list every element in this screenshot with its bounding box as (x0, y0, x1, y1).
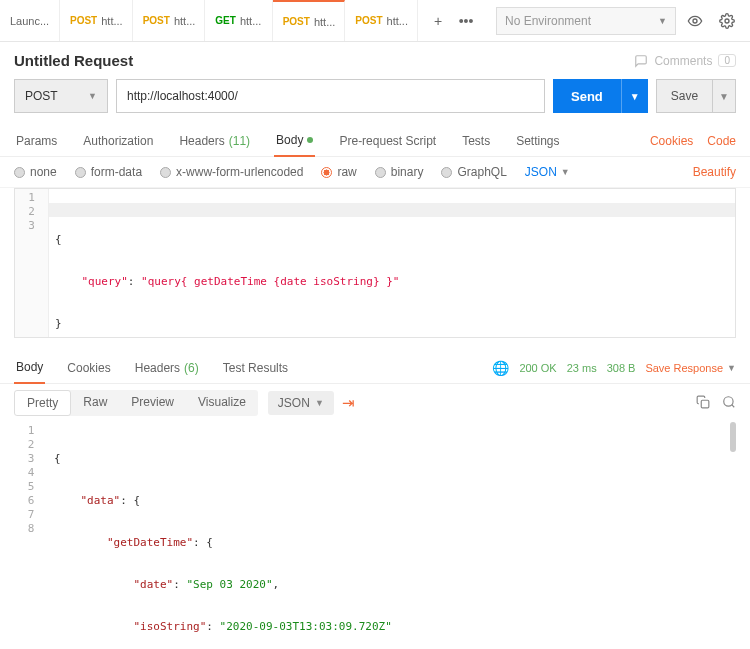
status-code: 200 OK (519, 362, 556, 374)
resp-headers-count: (6) (184, 361, 199, 375)
radio-raw[interactable]: raw (321, 165, 356, 179)
code-line: "getDateTime": { (54, 536, 730, 550)
code-line: "query": "query{ getDateTime {date isoSt… (55, 275, 729, 289)
tab-post-1[interactable]: POSThtt... (60, 0, 133, 41)
line-gutter: 12345678 (14, 422, 48, 622)
settings-gear-icon[interactable] (714, 8, 740, 34)
beautify-link[interactable]: Beautify (693, 165, 736, 179)
tab-headers[interactable]: Headers (11) (177, 126, 252, 156)
copy-icon[interactable] (696, 395, 710, 412)
environment-select[interactable]: No Environment▼ (496, 7, 676, 35)
request-title: Untitled Request (14, 52, 133, 69)
tab-method: POST (283, 16, 310, 27)
code-line: } (55, 317, 729, 331)
request-body-editor[interactable]: 123 { "query": "query{ getDateTime {date… (14, 188, 736, 338)
tab-label: htt... (101, 15, 122, 27)
comments-label: Comments (654, 54, 712, 68)
tab-authorization[interactable]: Authorization (81, 126, 155, 156)
chevron-down-icon: ▼ (315, 398, 324, 408)
view-raw[interactable]: Raw (71, 390, 119, 416)
radio-urlencoded[interactable]: x-www-form-urlencoded (160, 165, 303, 179)
tab-label: htt... (387, 15, 408, 27)
tab-params[interactable]: Params (14, 126, 59, 156)
tab-settings[interactable]: Settings (514, 126, 561, 156)
tab-overflow-button[interactable]: ••• (456, 11, 476, 31)
svg-line-4 (732, 404, 735, 407)
headers-count: (11) (229, 134, 250, 148)
view-visualize[interactable]: Visualize (186, 390, 258, 416)
search-icon[interactable] (722, 395, 736, 412)
url-input[interactable]: http://localhost:4000/ (116, 79, 545, 113)
line-gutter: 123 (15, 189, 49, 337)
radio-binary[interactable]: binary (375, 165, 424, 179)
comments-count: 0 (718, 54, 736, 67)
save-dropdown-icon[interactable]: ▼ (712, 80, 735, 112)
globe-icon[interactable]: 🌐 (492, 360, 509, 376)
tab-get-1[interactable]: GEThtt... (205, 0, 272, 41)
view-pretty[interactable]: Pretty (14, 390, 71, 416)
tab-label: htt... (240, 15, 261, 27)
tab-label: htt... (174, 15, 195, 27)
tab-post-2[interactable]: POSThtt... (133, 0, 206, 41)
code-line: "data": { (54, 494, 730, 508)
svg-point-0 (693, 19, 697, 23)
code-line: { (55, 233, 729, 247)
body-active-dot (307, 137, 313, 143)
comment-icon (634, 54, 648, 68)
tab-method: POST (143, 15, 170, 26)
tab-method: POST (355, 15, 382, 26)
tab-prerequest[interactable]: Pre-request Script (337, 126, 438, 156)
code-line: "date": "Sep 03 2020", (54, 578, 730, 592)
cookies-link[interactable]: Cookies (650, 134, 693, 148)
method-value: POST (25, 89, 58, 103)
tab-launch[interactable]: Launc... (0, 0, 60, 41)
response-content-type-select[interactable]: JSON▼ (268, 391, 334, 415)
tab-method: GET (215, 15, 236, 26)
view-preview[interactable]: Preview (119, 390, 186, 416)
comments-button[interactable]: Comments 0 (634, 54, 736, 68)
tab-tests[interactable]: Tests (460, 126, 492, 156)
response-body-viewer[interactable]: 12345678 { "data": { "getDateTime": { "d… (14, 422, 736, 622)
tab-post-3-active[interactable]: POSThtt... (273, 0, 346, 41)
response-time: 23 ms (567, 362, 597, 374)
tab-body[interactable]: Body (274, 125, 315, 157)
send-dropdown-icon[interactable]: ▼ (621, 79, 648, 113)
method-select[interactable]: POST▼ (14, 79, 108, 113)
svg-rect-2 (701, 400, 709, 408)
tab-label: htt... (314, 16, 335, 28)
radio-graphql[interactable]: GraphQL (441, 165, 506, 179)
environment-preview-icon[interactable] (682, 8, 708, 34)
scrollbar[interactable] (730, 422, 736, 452)
send-button[interactable]: Send▼ (553, 79, 648, 113)
resp-tab-body[interactable]: Body (14, 352, 45, 384)
svg-point-3 (724, 396, 733, 405)
chevron-down-icon: ▼ (658, 16, 667, 26)
radio-none[interactable]: none (14, 165, 57, 179)
tab-method: POST (70, 15, 97, 26)
tab-bar: Launc... POSThtt... POSThtt... GEThtt...… (0, 0, 418, 41)
code-line: "isoString": "2020-09-03T13:03:09.720Z" (54, 620, 730, 634)
svg-point-1 (725, 19, 729, 23)
view-mode-tabs: Pretty Raw Preview Visualize (14, 390, 258, 416)
code-link[interactable]: Code (707, 134, 736, 148)
tab-label: Launc... (10, 15, 49, 27)
new-tab-button[interactable]: + (428, 11, 448, 31)
chevron-down-icon: ▼ (727, 363, 736, 373)
response-size: 308 B (607, 362, 636, 374)
body-content-type-select[interactable]: JSON▼ (525, 165, 570, 179)
radio-form-data[interactable]: form-data (75, 165, 142, 179)
wrap-lines-icon[interactable]: ⇥ (342, 394, 355, 412)
save-response-button[interactable]: Save Response ▼ (645, 362, 736, 374)
tab-post-4[interactable]: POSThtt... (345, 0, 418, 41)
url-value: http://localhost:4000/ (127, 89, 238, 103)
code-line: { (54, 452, 730, 466)
environment-value: No Environment (505, 14, 591, 28)
chevron-down-icon: ▼ (88, 91, 97, 101)
chevron-down-icon: ▼ (561, 167, 570, 177)
save-button[interactable]: Save▼ (656, 79, 736, 113)
